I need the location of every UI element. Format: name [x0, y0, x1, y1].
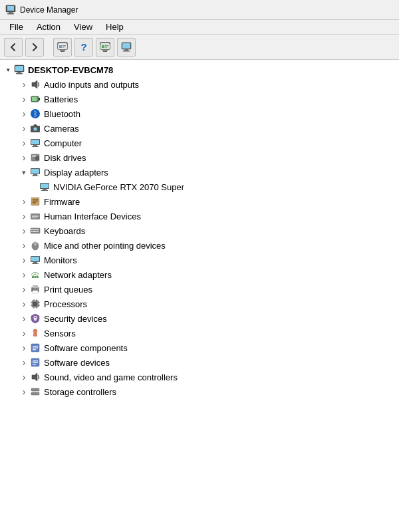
tree-item-11[interactable]: ›Mice and other pointing devices [0, 238, 399, 253]
tree-item-icon [29, 122, 41, 134]
tree-item-1[interactable]: ›Batteries [0, 92, 399, 106]
svg-rect-15 [105, 47, 107, 48]
tree-item-15[interactable]: ›Processors [0, 297, 399, 311]
svg-rect-50 [41, 190, 48, 191]
tree-item-4[interactable]: ›Computer [0, 136, 399, 150]
menu-file[interactable]: File [3, 21, 30, 33]
tree-item-icon [29, 78, 41, 90]
tree-item-9[interactable]: ›Human Interface Devices [0, 209, 399, 223]
scan-button[interactable] [96, 38, 114, 57]
tree-item-14[interactable]: ›Print queues [0, 282, 399, 297]
tree-item-arrow: › [19, 211, 29, 221]
svg-rect-61 [33, 229, 35, 230]
svg-rect-49 [43, 189, 47, 190]
tree-item-arrow: › [19, 108, 29, 119]
tree-item-7[interactable]: NVIDIA GeForce RTX 2070 Super [0, 180, 399, 194]
tree-item-arrow: › [19, 299, 29, 309]
tree-item-arrow: › [19, 269, 29, 280]
svg-rect-65 [33, 231, 37, 232]
svg-rect-25 [16, 73, 23, 74]
root-node[interactable]: ▾ DESKTOP-EVBCM78 [0, 63, 399, 77]
tree-item-label: Security devices [44, 314, 107, 324]
tree-item-label: Keyboards [44, 226, 85, 236]
tree-item-5[interactable]: ›Disk drives [0, 150, 399, 165]
svg-rect-66 [37, 231, 39, 232]
tree-item-20[interactable]: ›Sound, video and game controllers [0, 370, 399, 384]
svg-rect-17 [103, 51, 107, 52]
svg-rect-74 [32, 276, 34, 278]
forward-button[interactable] [25, 38, 44, 57]
tree-item-17[interactable]: ›Sensors [0, 326, 399, 340]
monitor-button[interactable] [117, 38, 136, 57]
tree-item-2[interactable]: ›ᛒBluetooth [0, 106, 399, 121]
tree-item-6[interactable]: ▾Display adapters [0, 165, 399, 180]
svg-rect-19 [122, 43, 130, 49]
tree-item-icon [29, 93, 41, 105]
title-bar-icon [5, 5, 16, 15]
svg-marker-103 [32, 373, 37, 381]
svg-rect-3 [7, 13, 14, 15]
svg-rect-6 [59, 45, 62, 48]
tree-item-13[interactable]: ›Network adapters [0, 267, 399, 282]
tree-item-0[interactable]: ›Audio inputs and outputs [0, 77, 399, 92]
properties-button[interactable] [53, 38, 72, 57]
tree-item-8[interactable]: ›Firmware [0, 194, 399, 209]
svg-rect-82 [33, 302, 37, 306]
tree-item-label: Display adapters [44, 168, 108, 178]
tree-item-label: Cameras [44, 124, 79, 134]
svg-point-42 [37, 158, 38, 159]
tree-item-label: Bluetooth [44, 109, 80, 119]
tree-item-arrow: › [19, 94, 29, 104]
device-tree[interactable]: ▾ DESKTOP-EVBCM78 ›Audio inputs and outp… [0, 60, 399, 532]
tree-item-arrow: › [19, 386, 29, 397]
svg-rect-76 [37, 276, 39, 278]
tree-item-3[interactable]: ›Cameras [0, 121, 399, 136]
tree-item-arrow [28, 182, 39, 192]
svg-rect-62 [35, 229, 37, 230]
svg-rect-29 [32, 97, 37, 101]
tree-item-icon [39, 181, 51, 193]
tree-item-12[interactable]: ›Monitors [0, 253, 399, 267]
tree-item-arrow: › [19, 328, 29, 338]
tree-item-arrow: › [19, 79, 29, 90]
tree-item-arrow: › [19, 196, 29, 207]
svg-rect-52 [33, 199, 38, 200]
back-button[interactable] [4, 38, 23, 57]
svg-rect-48 [41, 184, 49, 188]
svg-rect-97 [33, 348, 38, 349]
svg-rect-71 [31, 257, 39, 261]
svg-rect-72 [33, 262, 37, 263]
menu-action[interactable]: Action [30, 21, 67, 33]
title-bar-text: Device Manager [20, 5, 78, 15]
tree-item-icon [29, 356, 41, 368]
help-button[interactable]: ? [74, 38, 93, 57]
tree-item-arrow: ▾ [19, 167, 29, 178]
tree-item-label: Sound, video and game controllers [44, 372, 178, 382]
menu-view[interactable]: View [67, 21, 99, 33]
tree-item-16[interactable]: ›Security devices [0, 311, 399, 326]
tree-item-icon [29, 386, 41, 398]
title-bar: Device Manager [0, 0, 399, 20]
tree-item-18[interactable]: ›Software components [0, 340, 399, 355]
svg-rect-46 [32, 176, 39, 176]
tree-item-21[interactable]: ›Storage controllers [0, 384, 399, 399]
svg-rect-16 [102, 50, 108, 51]
tree-item-icon [29, 196, 41, 207]
svg-rect-57 [32, 216, 39, 217]
tree-item-icon [29, 239, 41, 251]
svg-point-33 [33, 127, 37, 131]
svg-rect-58 [32, 217, 37, 218]
svg-rect-64 [31, 231, 33, 232]
tree-item-19[interactable]: ›Software devices [0, 355, 399, 370]
tree-item-icon [29, 342, 41, 354]
tree-item-icon [29, 298, 41, 310]
svg-rect-20 [124, 49, 128, 51]
tree-item-arrow: › [19, 255, 29, 265]
svg-rect-63 [37, 229, 39, 230]
tree-item-10[interactable]: ›Keyboards [0, 223, 399, 238]
tree-item-icon [29, 313, 41, 325]
menu-help[interactable]: Help [99, 21, 130, 33]
tree-item-label: Audio inputs and outputs [44, 80, 139, 90]
tree-item-label: Sensors [44, 329, 76, 338]
svg-rect-93 [33, 333, 37, 336]
